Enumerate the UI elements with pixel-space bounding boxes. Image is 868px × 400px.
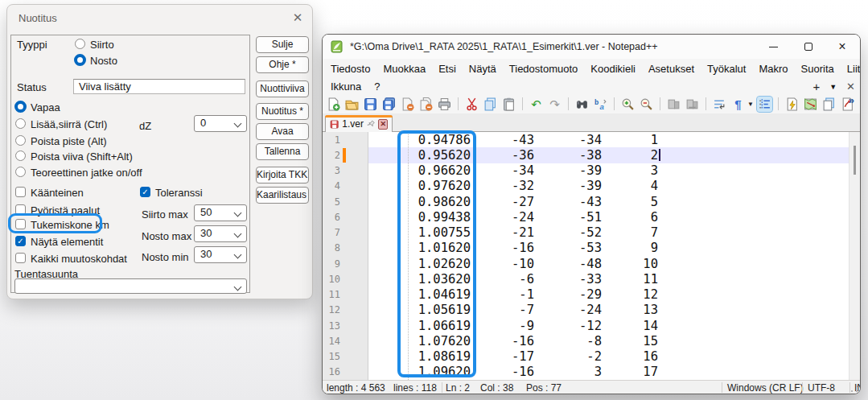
status-eol-format[interactable]: Windows (CR LF) xyxy=(727,382,804,394)
editor-margin[interactable]: 12 xyxy=(323,303,368,318)
editor[interactable]: 10.94786-43-34120.95620-36-38230.96620-3… xyxy=(323,132,860,380)
line-number[interactable]: 15 xyxy=(323,351,340,362)
save-all-icon[interactable] xyxy=(381,97,397,112)
radio-vapaa[interactable] xyxy=(14,101,27,113)
menu-item[interactable]: Koodikieli xyxy=(584,63,642,75)
radio-teoreettinen[interactable] xyxy=(15,167,26,177)
zoom-out-icon[interactable] xyxy=(639,97,654,112)
resize-grip[interactable] xyxy=(850,385,858,393)
editor-margin[interactable]: 15 xyxy=(323,349,368,365)
line-number[interactable]: 14 xyxy=(323,336,340,347)
chevron-down-icon[interactable]: ▼ xyxy=(747,101,754,108)
line-number[interactable]: 9 xyxy=(323,258,340,270)
dialog-button-nuottiviiva[interactable]: Nuottiviiva xyxy=(256,80,309,97)
menu-item[interactable]: Tiedostomuoto xyxy=(503,63,585,75)
word-wrap-icon[interactable] xyxy=(712,97,727,112)
toolbar-overflow-icon[interactable]: » xyxy=(849,94,854,106)
close-file-icon[interactable] xyxy=(400,97,415,112)
minimize-button[interactable] xyxy=(757,35,789,59)
status-field[interactable]: Viiva lisätty xyxy=(73,79,245,94)
paste-icon[interactable] xyxy=(501,97,516,112)
radio-poista-viiva[interactable] xyxy=(15,151,26,161)
status-encoding[interactable]: UTF-8 xyxy=(808,382,835,394)
close-tab-icon[interactable]: ✕ xyxy=(846,80,855,93)
editor-margin[interactable]: 7 xyxy=(323,225,368,241)
line-number[interactable]: 1 xyxy=(323,134,340,146)
zoom-in-icon[interactable] xyxy=(620,97,636,112)
dialog-button-tallenna[interactable]: Tallenna xyxy=(256,143,309,160)
line-number[interactable]: 13 xyxy=(323,320,340,332)
siirto-max-combo[interactable]: 50 xyxy=(194,204,247,221)
sync-horizontal-scroll-icon[interactable] xyxy=(685,97,700,112)
close-all-files-icon[interactable] xyxy=(418,97,434,112)
editor-margin[interactable]: 10 xyxy=(323,271,368,287)
dz-combo[interactable]: 0 xyxy=(194,115,247,132)
document-map-icon[interactable] xyxy=(803,97,818,112)
open-file-icon[interactable] xyxy=(344,97,360,112)
show-all-characters-icon[interactable]: ¶ xyxy=(730,97,746,112)
find-icon[interactable] xyxy=(574,97,590,112)
tab-list-icon[interactable]: ▼ xyxy=(829,83,837,91)
close-window-button[interactable]: × xyxy=(826,35,858,59)
menu-item[interactable]: Asetukset xyxy=(642,63,701,75)
editor-margin[interactable]: 11 xyxy=(323,287,368,303)
dialog-button-sulje[interactable]: Sulje xyxy=(256,36,309,53)
editor-margin[interactable]: 6 xyxy=(323,209,368,225)
dialog-button-avaa[interactable]: Avaa xyxy=(256,123,309,140)
tab-close-icon[interactable]: ✕ xyxy=(378,119,388,130)
menu-item[interactable]: Makro xyxy=(752,63,794,75)
redo-icon[interactable]: ↷ xyxy=(547,97,562,112)
line-number[interactable]: 5 xyxy=(323,196,340,208)
show-indent-guide-icon[interactable] xyxy=(757,97,772,112)
radio-nosto[interactable] xyxy=(74,54,86,66)
new-file-icon[interactable] xyxy=(326,97,341,112)
monitor-doc-icon[interactable] xyxy=(784,97,800,112)
editor-margin[interactable]: 2 xyxy=(323,147,368,163)
scrollbar-thumb[interactable] xyxy=(854,146,856,175)
editor-margin[interactable]: 5 xyxy=(323,194,368,209)
radio-poista-piste[interactable] xyxy=(15,135,26,146)
line-number[interactable]: 11 xyxy=(323,289,340,300)
doc-switcher-icon[interactable] xyxy=(821,97,837,112)
menu-item[interactable]: Tiedosto xyxy=(324,63,376,75)
dialog-button-nuotitus[interactable]: Nuotitus * xyxy=(256,103,309,120)
sync-vertical-scroll-icon[interactable] xyxy=(666,97,681,112)
line-number[interactable]: 2 xyxy=(323,150,340,161)
menu-item[interactable]: Liitännäiset xyxy=(841,63,861,75)
menu-item[interactable]: Ikkuna xyxy=(324,80,368,93)
line-number[interactable]: 12 xyxy=(323,304,340,315)
editor-margin[interactable]: 16 xyxy=(323,365,368,380)
editor-margin[interactable]: 1 xyxy=(323,132,368,147)
dialog-titlebar[interactable]: Nuotitus ✕ xyxy=(7,5,312,31)
close-icon[interactable]: ✕ xyxy=(288,8,307,27)
print-icon[interactable] xyxy=(437,97,452,112)
line-number[interactable]: 3 xyxy=(323,165,340,176)
line-number[interactable]: 6 xyxy=(323,212,340,223)
new-tab-icon[interactable]: + xyxy=(812,80,820,93)
tab-1ver[interactable]: 1.ver ✕ xyxy=(325,115,393,132)
line-number[interactable]: 4 xyxy=(323,180,340,192)
menu-item[interactable]: ? xyxy=(368,80,386,93)
dialog-button-ohje[interactable]: Ohje * xyxy=(256,56,309,73)
line-number[interactable]: 16 xyxy=(323,366,340,377)
copy-icon[interactable] xyxy=(483,97,498,112)
replace-icon[interactable]: ba xyxy=(593,97,608,112)
line-number[interactable]: 7 xyxy=(323,227,340,238)
editor-margin[interactable]: 8 xyxy=(323,241,368,256)
nosto-max-combo[interactable]: 30 xyxy=(194,225,247,242)
checkbox-kaikki-muutoskohdat[interactable] xyxy=(15,253,26,263)
editor-margin[interactable]: 9 xyxy=(323,256,368,271)
save-icon[interactable] xyxy=(363,97,378,112)
checkbox-kaanteinen[interactable] xyxy=(15,187,26,197)
undo-icon[interactable]: ↶ xyxy=(529,97,544,112)
menu-item[interactable]: Suorita xyxy=(795,63,841,75)
pin-icon[interactable] xyxy=(367,119,375,129)
radio-siirto[interactable] xyxy=(75,39,85,49)
menu-item[interactable]: Muokkaa xyxy=(376,63,432,75)
nosto-min-combo[interactable]: 30 xyxy=(194,246,247,263)
checkbox-nayta-elementit[interactable]: ✓ xyxy=(15,236,26,246)
radio-lisaa-siirra[interactable] xyxy=(15,118,26,129)
maximize-button[interactable] xyxy=(792,35,825,59)
editor-margin[interactable]: 4 xyxy=(323,179,368,194)
dialog-button-kirjoita-tkk[interactable]: Kirjoita TKK * xyxy=(256,167,309,184)
